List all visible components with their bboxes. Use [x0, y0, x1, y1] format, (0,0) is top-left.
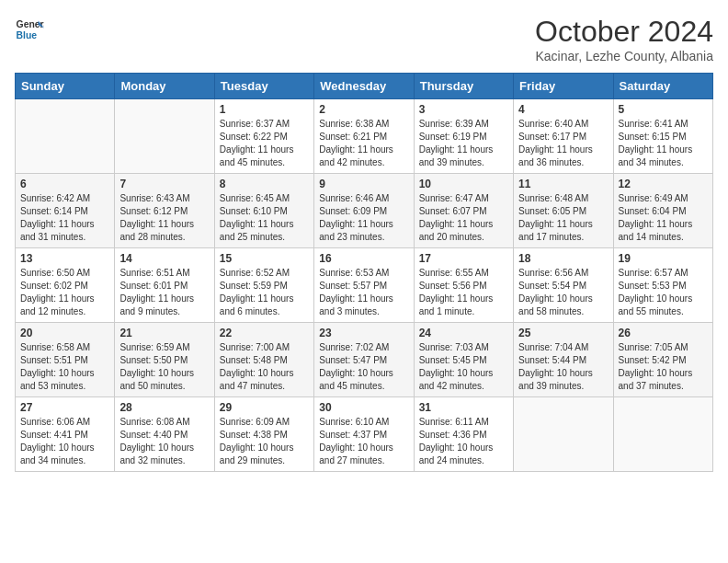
calendar-cell: 24Sunrise: 7:03 AMSunset: 5:45 PMDayligh…	[414, 323, 513, 397]
calendar-cell: 31Sunrise: 6:11 AMSunset: 4:36 PMDayligh…	[414, 397, 513, 472]
calendar: Sunday Monday Tuesday Wednesday Thursday…	[15, 73, 713, 472]
day-info: Sunrise: 6:47 AMSunset: 6:07 PMDaylight:…	[419, 192, 508, 244]
day-number: 3	[419, 103, 508, 116]
calendar-cell: 1Sunrise: 6:37 AMSunset: 6:22 PMDaylight…	[214, 99, 313, 174]
day-number: 16	[319, 252, 408, 265]
day-number: 21	[119, 327, 209, 339]
day-number: 17	[419, 252, 508, 265]
day-number: 31	[419, 401, 508, 414]
day-number: 10	[419, 178, 508, 190]
day-info: Sunrise: 6:10 AMSunset: 4:37 PMDaylight:…	[319, 416, 408, 467]
day-info: Sunrise: 6:51 AMSunset: 6:01 PMDaylight:…	[119, 267, 209, 318]
location: Kacinar, Lezhe County, Albania	[535, 49, 713, 63]
calendar-week-2: 13Sunrise: 6:50 AMSunset: 6:02 PMDayligh…	[16, 248, 713, 323]
calendar-cell: 15Sunrise: 6:52 AMSunset: 5:59 PMDayligh…	[214, 248, 313, 323]
day-info: Sunrise: 6:43 AMSunset: 6:12 PMDaylight:…	[119, 192, 209, 244]
calendar-cell: 6Sunrise: 6:42 AMSunset: 6:14 PMDaylight…	[16, 174, 115, 248]
day-info: Sunrise: 6:42 AMSunset: 6:14 PMDaylight:…	[20, 192, 109, 244]
col-friday: Friday	[514, 74, 613, 99]
day-info: Sunrise: 6:53 AMSunset: 5:57 PMDaylight:…	[319, 267, 408, 318]
day-info: Sunrise: 6:56 AMSunset: 5:54 PMDaylight:…	[518, 267, 608, 318]
page-header: General Blue October 2024 Kacinar, Lezhe…	[15, 15, 713, 63]
calendar-cell: 20Sunrise: 6:58 AMSunset: 5:51 PMDayligh…	[16, 323, 115, 397]
day-number: 23	[319, 327, 408, 339]
svg-text:Blue: Blue	[17, 30, 38, 40]
day-info: Sunrise: 7:03 AMSunset: 5:45 PMDaylight:…	[419, 341, 508, 393]
calendar-cell: 10Sunrise: 6:47 AMSunset: 6:07 PMDayligh…	[414, 174, 513, 248]
day-info: Sunrise: 7:05 AMSunset: 5:42 PMDaylight:…	[619, 341, 708, 393]
calendar-week-0: 1Sunrise: 6:37 AMSunset: 6:22 PMDaylight…	[16, 99, 713, 174]
col-thursday: Thursday	[414, 74, 513, 99]
calendar-cell: 18Sunrise: 6:56 AMSunset: 5:54 PMDayligh…	[514, 248, 613, 323]
calendar-cell	[115, 99, 214, 174]
day-info: Sunrise: 6:49 AMSunset: 6:04 PMDaylight:…	[619, 192, 708, 244]
calendar-cell: 25Sunrise: 7:04 AMSunset: 5:44 PMDayligh…	[514, 323, 613, 397]
calendar-cell: 11Sunrise: 6:48 AMSunset: 6:05 PMDayligh…	[514, 174, 613, 248]
calendar-cell: 16Sunrise: 6:53 AMSunset: 5:57 PMDayligh…	[314, 248, 414, 323]
day-number: 9	[319, 178, 408, 190]
day-info: Sunrise: 6:37 AMSunset: 6:22 PMDaylight:…	[220, 118, 309, 169]
day-info: Sunrise: 6:48 AMSunset: 6:05 PMDaylight:…	[518, 192, 608, 244]
day-info: Sunrise: 6:50 AMSunset: 6:02 PMDaylight:…	[20, 267, 109, 318]
day-number: 7	[119, 178, 209, 190]
title-block: October 2024 Kacinar, Lezhe County, Alba…	[535, 15, 713, 63]
calendar-cell: 22Sunrise: 7:00 AMSunset: 5:48 PMDayligh…	[214, 323, 313, 397]
day-info: Sunrise: 7:00 AMSunset: 5:48 PMDaylight:…	[220, 341, 309, 393]
day-number: 25	[518, 327, 608, 339]
calendar-week-4: 27Sunrise: 6:06 AMSunset: 4:41 PMDayligh…	[16, 397, 713, 472]
day-number: 12	[619, 178, 708, 190]
day-info: Sunrise: 6:09 AMSunset: 4:38 PMDaylight:…	[220, 416, 309, 467]
day-info: Sunrise: 6:39 AMSunset: 6:19 PMDaylight:…	[419, 118, 508, 169]
calendar-cell	[16, 99, 115, 174]
day-number: 24	[419, 327, 508, 339]
day-info: Sunrise: 6:58 AMSunset: 5:51 PMDaylight:…	[20, 341, 109, 393]
col-sunday: Sunday	[16, 74, 115, 99]
calendar-cell: 3Sunrise: 6:39 AMSunset: 6:19 PMDaylight…	[414, 99, 513, 174]
day-info: Sunrise: 7:02 AMSunset: 5:47 PMDaylight:…	[319, 341, 408, 393]
calendar-cell	[514, 397, 613, 472]
day-info: Sunrise: 6:06 AMSunset: 4:41 PMDaylight:…	[20, 416, 109, 467]
day-number: 27	[20, 401, 109, 414]
calendar-cell	[613, 397, 712, 472]
day-number: 13	[20, 252, 109, 265]
calendar-cell: 14Sunrise: 6:51 AMSunset: 6:01 PMDayligh…	[115, 248, 214, 323]
calendar-cell: 13Sunrise: 6:50 AMSunset: 6:02 PMDayligh…	[16, 248, 115, 323]
day-number: 19	[619, 252, 708, 265]
day-info: Sunrise: 6:45 AMSunset: 6:10 PMDaylight:…	[220, 192, 309, 244]
header-row: Sunday Monday Tuesday Wednesday Thursday…	[16, 74, 713, 99]
day-info: Sunrise: 6:52 AMSunset: 5:59 PMDaylight:…	[220, 267, 309, 318]
day-info: Sunrise: 6:11 AMSunset: 4:36 PMDaylight:…	[419, 416, 508, 467]
day-number: 30	[319, 401, 408, 414]
day-number: 14	[119, 252, 209, 265]
calendar-cell: 2Sunrise: 6:38 AMSunset: 6:21 PMDaylight…	[314, 99, 414, 174]
day-number: 15	[220, 252, 309, 265]
day-number: 28	[119, 401, 209, 414]
day-number: 11	[518, 178, 608, 190]
calendar-cell: 9Sunrise: 6:46 AMSunset: 6:09 PMDaylight…	[314, 174, 414, 248]
day-number: 2	[319, 103, 408, 116]
calendar-cell: 4Sunrise: 6:40 AMSunset: 6:17 PMDaylight…	[514, 99, 613, 174]
col-tuesday: Tuesday	[214, 74, 313, 99]
day-number: 6	[20, 178, 109, 190]
calendar-cell: 30Sunrise: 6:10 AMSunset: 4:37 PMDayligh…	[314, 397, 414, 472]
day-info: Sunrise: 6:59 AMSunset: 5:50 PMDaylight:…	[119, 341, 209, 393]
day-number: 29	[220, 401, 309, 414]
col-saturday: Saturday	[613, 74, 712, 99]
calendar-cell: 28Sunrise: 6:08 AMSunset: 4:40 PMDayligh…	[115, 397, 214, 472]
logo-icon: General Blue	[15, 15, 44, 44]
day-number: 4	[518, 103, 608, 116]
calendar-week-1: 6Sunrise: 6:42 AMSunset: 6:14 PMDaylight…	[16, 174, 713, 248]
day-info: Sunrise: 6:41 AMSunset: 6:15 PMDaylight:…	[619, 118, 708, 169]
calendar-cell: 8Sunrise: 6:45 AMSunset: 6:10 PMDaylight…	[214, 174, 313, 248]
calendar-cell: 26Sunrise: 7:05 AMSunset: 5:42 PMDayligh…	[613, 323, 712, 397]
day-info: Sunrise: 7:04 AMSunset: 5:44 PMDaylight:…	[518, 341, 608, 393]
logo: General Blue	[15, 15, 44, 44]
day-info: Sunrise: 6:57 AMSunset: 5:53 PMDaylight:…	[619, 267, 708, 318]
day-number: 5	[619, 103, 708, 116]
calendar-cell: 27Sunrise: 6:06 AMSunset: 4:41 PMDayligh…	[16, 397, 115, 472]
calendar-cell: 29Sunrise: 6:09 AMSunset: 4:38 PMDayligh…	[214, 397, 313, 472]
col-monday: Monday	[115, 74, 214, 99]
calendar-cell: 5Sunrise: 6:41 AMSunset: 6:15 PMDaylight…	[613, 99, 712, 174]
day-number: 20	[20, 327, 109, 339]
calendar-cell: 12Sunrise: 6:49 AMSunset: 6:04 PMDayligh…	[613, 174, 712, 248]
